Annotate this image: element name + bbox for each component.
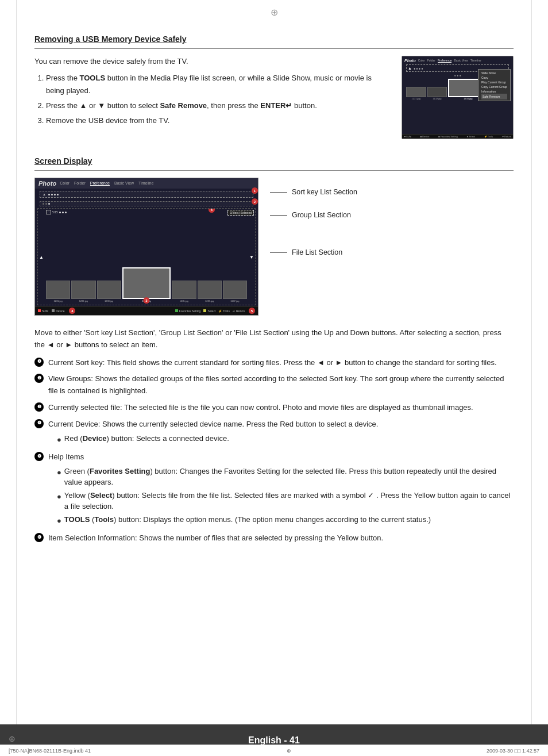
usb-steps-list: Press the TOOLS button in the Media Play…: [46, 72, 390, 127]
enter-bold: ENTER↵: [260, 101, 292, 110]
desc-num-3: ❸: [34, 402, 44, 412]
mini-sum: ⬅ SUM: [404, 135, 411, 138]
footer-bottom-line: [750-NA]BN68-02111B-Eng.indb 41 ⊕ 2009-0…: [0, 745, 548, 756]
thumb-1232: 1232.jpg: [71, 281, 95, 302]
badge-6: 6: [209, 208, 215, 213]
sum-label: SUM: [42, 309, 48, 313]
diag-tab-preference[interactable]: Preference: [90, 181, 110, 186]
footer-fav: Favorites Setting: [175, 309, 201, 313]
mini-tab-color: Color: [418, 59, 425, 63]
badge-5: 5: [249, 308, 255, 314]
mini-tab-folder: Folder: [427, 59, 435, 63]
tools-bold: TOOLS: [80, 74, 106, 82]
diag-tab-color[interactable]: Color: [60, 181, 70, 186]
sum-icon: [38, 309, 41, 312]
footer-date: 2009-03-30 □□ 1:42:57: [487, 748, 539, 754]
sub-text-5-1: Green (Favorites Setting) button: Change…: [64, 466, 514, 488]
main-diagram: Photo Color Folder Preference Basic View…: [34, 178, 258, 316]
fav-label: Favorites Setting: [179, 309, 201, 313]
fav-bold: Favorites Setting: [90, 467, 150, 475]
mini-thumb-1231: 1231.jpg: [406, 87, 426, 100]
screen-display-title: Screen Display: [34, 156, 514, 166]
diag-files-area: ▲ ▼ □ 5/15: [37, 208, 256, 305]
footer-return: ↩ Return: [233, 309, 245, 313]
desc-text-4: Current Device: Shows the currently sele…: [48, 419, 514, 447]
mini-bottom-bar: ⬅ SUM ■ Device ■ Favorites Setting ● Sel…: [402, 134, 513, 139]
mini-label-1232: 1132.jpg: [433, 97, 441, 100]
mini-thumb-1232: 1132.jpg: [427, 87, 447, 100]
diagram-container: Photo Color Folder Preference Basic View…: [34, 178, 514, 316]
img-1236: [198, 281, 222, 299]
desc-text-3: Currently selected file: The selected fi…: [48, 402, 514, 414]
diag-tab-timeline[interactable]: Timeline: [138, 181, 153, 186]
lbl-1231: 1231.jpg: [53, 300, 62, 302]
dash-1: [270, 192, 287, 193]
usb-step-2: Press the ▲ or ▼ button to select Safe R…: [46, 99, 390, 112]
sub-text-5-3: TOOLS (Tools) button: Displays the optio…: [64, 514, 431, 525]
gdot1: [43, 203, 44, 205]
removing-usb-section: Removing a USB Memory Device Safely You …: [34, 34, 514, 139]
sort-arrow-up: ▲: [43, 193, 46, 196]
lbl-1235: 1235.jpg: [180, 300, 188, 302]
bullet-5-2: ●: [57, 491, 61, 502]
img-1233: [97, 281, 121, 299]
desc-item-6: ❻ Item Selection Information: Shows the …: [34, 532, 514, 544]
sub-item-4-1: ● Red (Device) button: Selects a connect…: [57, 433, 514, 446]
dot2: [51, 194, 53, 195]
sub-list-5: ● Green (Favorites Setting) button: Chan…: [57, 466, 514, 527]
usb-screenshot: Photo Color Folder Preference Basic View…: [402, 56, 514, 139]
mini-context-menu: Slide Show Copy Play Current Group Copy …: [478, 69, 511, 101]
mini-sort-dots: ● ● ● ●: [414, 67, 423, 70]
crosshair-bottom-left-icon: ⊕: [9, 734, 16, 743]
bullet-5-3: ●: [57, 515, 61, 527]
badge-1: 1: [252, 187, 258, 194]
usb-content: You can remove the device safely from th…: [34, 56, 514, 139]
selected-badge: 1File(s) Selected: [227, 210, 254, 216]
footer-crosshair: ⊕: [287, 748, 291, 754]
img-1237: [223, 281, 247, 299]
group-row-wrapper: 2: [37, 201, 256, 207]
img-1235: [172, 281, 196, 299]
diag-footer: SUM Device 4 Favori: [35, 306, 258, 315]
bullet-4-1: ●: [57, 434, 61, 446]
desc-text-6: Item Selection Information: Shows the nu…: [48, 532, 514, 544]
usb-intro: You can remove the device safely from th…: [34, 56, 390, 67]
diag-group-row: [40, 201, 253, 206]
fc-dot1: [59, 212, 61, 213]
file-list-label: File List Section: [292, 247, 342, 258]
title-separator: [34, 48, 514, 49]
mini-tabs-bar: Photo Color Folder Preference Basic View…: [404, 59, 511, 63]
diag-tabs: Color Folder Preference Basic View Timel…: [60, 181, 153, 186]
label-file-list: File List Section: [270, 247, 357, 258]
footer-select: Select: [203, 309, 215, 313]
mini-tab-pref: Preference: [438, 59, 451, 63]
mini-title: Photo: [404, 59, 416, 63]
mini-img-1232: [427, 87, 447, 97]
tools-icon-diag: ⚡: [218, 309, 222, 313]
usb-step-3: Remove the USB device from the TV.: [46, 114, 390, 127]
tools-bold-2: TOOLS: [64, 515, 90, 524]
nav-arrow-right: ▼: [249, 254, 254, 259]
diag-tab-folder[interactable]: Folder: [74, 181, 86, 186]
screen-display-section: Screen Display Photo Color Folder Prefer…: [34, 156, 514, 544]
sort-dots: [48, 194, 59, 195]
diag-photo-title: Photo: [38, 180, 56, 187]
label-sort-key: Sort key List Section: [270, 186, 357, 198]
sort-key-label: Sort key List Section: [292, 186, 357, 198]
menu-info: Information: [481, 89, 507, 94]
desc-list: ❶ Current Sort key: This field shows the…: [34, 357, 514, 545]
menu-play-current: Play Current Group: [481, 80, 507, 85]
tools-bold-3: Tools: [94, 515, 114, 524]
desc-item-4: ❹ Current Device: Shows the currently se…: [34, 419, 514, 447]
diag-tab-basicview[interactable]: Basic View: [114, 181, 134, 186]
return-icon: ↩: [233, 309, 235, 313]
img-1231: [46, 281, 70, 299]
badge-3: 3: [144, 297, 150, 304]
lbl-1233: 1233.jpg: [105, 300, 113, 302]
badge-4: 4: [69, 308, 75, 314]
sub-item-5-2: ● Yellow (Select) button: Selects file f…: [57, 490, 514, 512]
thumb-1237: 1237.jpg: [223, 281, 247, 302]
mini-label-1231: 1231.jpg: [412, 97, 420, 100]
diagram-inner: Photo Color Folder Preference Basic View…: [35, 178, 258, 315]
sel-icon: [203, 309, 206, 312]
